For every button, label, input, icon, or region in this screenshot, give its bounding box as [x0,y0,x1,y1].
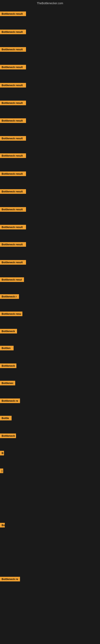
bottleneck-result-item[interactable]: Bottleneck [0,364,16,368]
bottleneck-result-item[interactable]: Bo [0,523,5,528]
site-title: TheBottlenecker.com [0,0,100,6]
bottleneck-result-item[interactable]: Bottleneck result [0,260,26,265]
bottleneck-result-item[interactable]: Bottleneck re [0,398,20,403]
bottleneck-result-item[interactable]: Bottleneck re [0,577,20,582]
bottleneck-result-item[interactable]: Bottleneck result [0,242,26,247]
bottleneck-result-item[interactable]: Bottleneck r [0,294,19,299]
bottleneck-result-item[interactable]: Bottleneck result [0,83,26,88]
bottleneck-result-item[interactable]: Bottleneck result [0,65,26,70]
bottleneck-result-item[interactable]: Bottleneck result [0,47,26,52]
bottleneck-result-item[interactable]: B [0,451,4,456]
bottleneck-result-item[interactable]: Bottleneck result [0,189,26,194]
bottleneck-result-item[interactable]: Bottleneck result [0,207,26,212]
bottleneck-result-item[interactable]: Bottleneck [0,434,16,438]
bottleneck-result-item[interactable]: Bottleneck result [0,30,26,34]
bottleneck-result-item[interactable]: Bottleneck result [0,172,26,176]
bottleneck-result-item[interactable]: Bottlen [0,346,14,350]
bottleneck-result-item[interactable]: Bottleneck result [0,100,26,105]
bottleneck-result-item[interactable]: Bottleneck result [0,118,26,123]
bottleneck-result-item[interactable]: Bottleneck [0,329,17,334]
bottleneck-result-item[interactable]: Bottle [0,416,12,420]
bottleneck-result-item[interactable]: Bottlenec [0,381,15,386]
bottleneck-result-item[interactable]: Bottleneck result [0,153,26,158]
bottleneck-result-item[interactable]: Bottleneck result [0,12,26,16]
bottleneck-result-item[interactable]: | [0,468,3,473]
bottleneck-result-item[interactable]: Bottleneck resu [0,312,22,316]
bottleneck-result-item[interactable]: Bottleneck resul [0,277,24,282]
bottleneck-result-item[interactable]: Bottleneck result [0,136,26,141]
bottleneck-result-item[interactable]: Bottleneck result [0,225,26,230]
